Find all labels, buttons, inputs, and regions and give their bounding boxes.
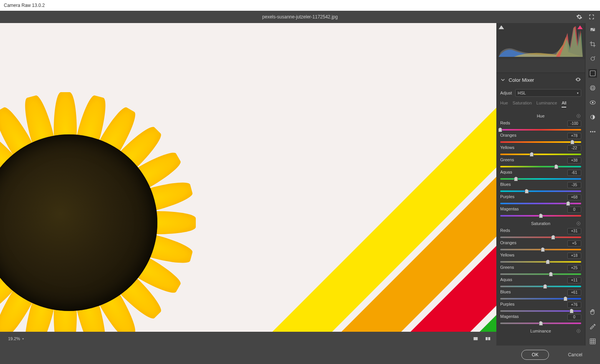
slider-value[interactable]: +5	[567, 240, 581, 247]
redeye-icon[interactable]	[588, 113, 597, 121]
compare-single-icon[interactable]	[472, 335, 479, 342]
slider-value[interactable]: -100	[567, 121, 581, 127]
target-adjustment-icon[interactable]	[576, 113, 581, 119]
slider-thumb[interactable]	[546, 260, 550, 264]
svg-point-6	[578, 223, 579, 224]
slider-track[interactable]	[500, 247, 581, 252]
highlight-clip-icon[interactable]	[577, 25, 583, 30]
sat-oranges-slider: Oranges+5	[496, 240, 585, 252]
slider-thumb[interactable]	[566, 201, 570, 206]
svg-point-16	[592, 87, 594, 89]
crop-tool-icon[interactable]	[588, 40, 597, 48]
slider-track[interactable]	[500, 309, 581, 313]
hand-tool-icon[interactable]	[588, 308, 597, 316]
visibility-icon[interactable]	[575, 76, 581, 84]
tab-saturation[interactable]: Saturation	[512, 101, 532, 108]
slider-value[interactable]: +38	[567, 157, 581, 164]
slider-value[interactable]: -61	[567, 170, 581, 176]
fullscreen-icon[interactable]	[588, 13, 595, 21]
sat-yellows-slider: Yellows+18	[496, 252, 585, 264]
slider-value[interactable]: +25	[567, 265, 581, 271]
histogram[interactable]	[496, 23, 585, 59]
slider-thumb[interactable]	[539, 321, 543, 326]
spot-removal-icon[interactable]	[588, 55, 597, 63]
saturation-section-title: Saturation	[496, 218, 585, 227]
settings-icon[interactable]	[575, 13, 583, 21]
bottombar: OK Cancel	[0, 346, 600, 364]
slider-track[interactable]	[500, 321, 581, 326]
radial-filter-icon[interactable]	[588, 98, 597, 107]
slider-value[interactable]: +11	[567, 277, 581, 283]
slider-value[interactable]: +76	[567, 302, 581, 308]
right-area: Color Mixer Adjust HSL▾ Hue Saturation L…	[496, 23, 600, 346]
slider-label: Purples	[500, 302, 514, 308]
slider-thumb[interactable]	[543, 284, 547, 289]
slider-label: Reds	[500, 121, 510, 127]
zoom-dropdown[interactable]: 19.2%	[5, 334, 27, 343]
slider-thumb[interactable]	[570, 140, 574, 144]
svg-point-15	[590, 86, 595, 90]
slider-track[interactable]	[500, 164, 581, 169]
tab-luminance[interactable]: Luminance	[536, 101, 557, 108]
slider-thumb[interactable]	[541, 247, 545, 252]
grid-icon[interactable]	[588, 337, 597, 346]
slider-track[interactable]	[500, 127, 581, 132]
slider-track[interactable]	[500, 272, 581, 276]
slider-track[interactable]	[500, 152, 581, 157]
canvas-area: 19.2%	[0, 23, 496, 346]
slider-value[interactable]: +61	[567, 290, 581, 296]
slider-thumb[interactable]	[551, 235, 555, 240]
more-icon[interactable]	[588, 127, 597, 136]
slider-thumb[interactable]	[564, 296, 567, 301]
graduated-filter-icon[interactable]	[588, 84, 597, 92]
slider-track[interactable]	[500, 189, 581, 194]
slider-value[interactable]: +18	[567, 253, 581, 259]
adjust-mode-select[interactable]: HSL▾	[515, 89, 581, 97]
compare-split-icon[interactable]	[484, 335, 492, 342]
tab-hue[interactable]: Hue	[500, 101, 508, 108]
slider-track[interactable]	[500, 140, 581, 144]
target-adjustment-icon[interactable]	[576, 221, 581, 226]
slider-track[interactable]	[500, 177, 581, 181]
slider-value[interactable]: 0	[567, 314, 581, 320]
hue-purples-slider: Purples+68	[496, 194, 585, 206]
slider-track[interactable]	[500, 213, 581, 218]
slider-thumb[interactable]	[554, 164, 558, 169]
tab-all[interactable]: All	[562, 101, 566, 108]
slider-value[interactable]: +31	[567, 228, 581, 234]
slider-value[interactable]: -22	[567, 145, 581, 151]
slider-track[interactable]	[500, 235, 581, 240]
slider-value[interactable]: +68	[567, 194, 581, 200]
shadow-clip-icon[interactable]	[499, 25, 504, 30]
filename-label: pexels-susanne-jutzeler-1172542.jpg	[262, 14, 338, 20]
slider-thumb[interactable]	[570, 309, 574, 313]
target-adjustment-icon[interactable]	[576, 328, 581, 334]
sat-purples-slider: Purples+76	[496, 301, 585, 313]
slider-thumb[interactable]	[549, 272, 553, 276]
slider-track[interactable]	[500, 284, 581, 289]
slider-value[interactable]: +78	[567, 133, 581, 139]
slider-thumb[interactable]	[539, 213, 543, 218]
slider-thumb[interactable]	[525, 189, 529, 194]
ok-button[interactable]: OK	[521, 350, 549, 360]
color-sampler-icon[interactable]	[588, 323, 597, 331]
svg-point-13	[591, 57, 595, 61]
slider-thumb[interactable]	[530, 152, 534, 157]
svg-point-12	[593, 30, 594, 31]
sat-blues-slider: Blues+61	[496, 289, 585, 301]
panel-scroll[interactable]: Color Mixer Adjust HSL▾ Hue Saturation L…	[496, 59, 585, 346]
slider-value[interactable]: -35	[567, 182, 581, 188]
cancel-button[interactable]: Cancel	[558, 350, 592, 359]
adjustment-brush-icon[interactable]	[588, 69, 597, 78]
slider-track[interactable]	[500, 296, 581, 301]
slider-value[interactable]: 0	[567, 207, 581, 213]
svg-rect-1	[486, 337, 488, 340]
slider-track[interactable]	[500, 260, 581, 264]
canvas-viewport[interactable]	[0, 23, 496, 332]
edit-tool-icon[interactable]	[588, 25, 597, 34]
svg-point-20	[590, 131, 591, 132]
slider-thumb[interactable]	[498, 127, 502, 132]
color-mixer-header[interactable]: Color Mixer	[496, 73, 585, 87]
slider-track[interactable]	[500, 201, 581, 206]
slider-thumb[interactable]	[514, 177, 518, 181]
